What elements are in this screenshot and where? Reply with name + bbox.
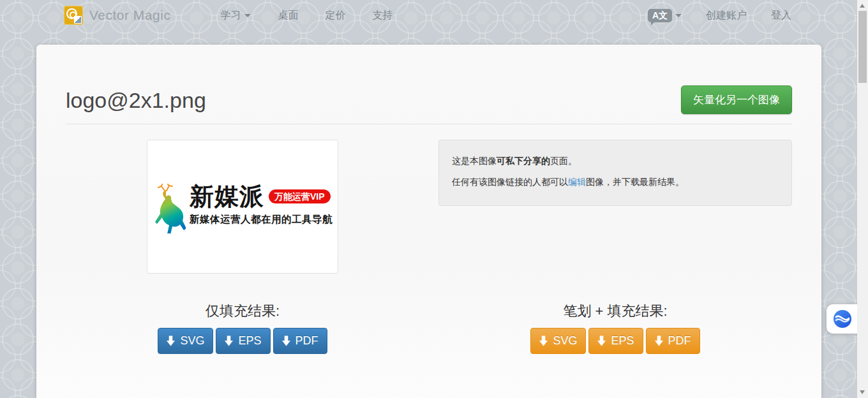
login-link[interactable]: 登入	[771, 9, 791, 22]
download-icon	[167, 335, 175, 346]
download-fill-eps-button[interactable]: EPS	[216, 328, 270, 354]
download-fill-svg-button[interactable]: SVG	[158, 328, 213, 354]
vectorize-another-button[interactable]: 矢量化另一个图像	[681, 85, 792, 114]
translate-icon: A文	[648, 9, 672, 22]
edit-image-link[interactable]: 编辑	[568, 177, 586, 187]
translate-extension-widget[interactable]	[827, 304, 858, 334]
share-info-box: 这是本图像可私下分享的页面。 任何有该图像链接的人都可以编辑图像，并下载最新结果…	[438, 140, 792, 206]
download-icon	[655, 335, 663, 346]
vector-magic-logo-icon	[64, 6, 83, 25]
nav-links: 学习 桌面 定价 支持	[193, 9, 393, 22]
scroll-down-arrow-icon[interactable]	[860, 390, 865, 394]
stroke-fill-heading: 笔划 + 填充结果:	[438, 303, 792, 320]
download-stroke-svg-button[interactable]: SVG	[530, 328, 586, 354]
nav-item-learn[interactable]: 学习	[220, 9, 251, 22]
stroke-fill-results: 笔划 + 填充结果: SVG EPS PDF	[438, 303, 792, 354]
extension-logo-icon	[832, 309, 853, 329]
download-stroke-pdf-button[interactable]: PDF	[646, 328, 700, 354]
fill-only-heading: 仅填充结果:	[66, 303, 419, 320]
page-title: logo@2x1.png	[66, 87, 206, 113]
uploaded-image-preview: 新媒派 万能运营VIP 新媒体运营人都在用的工具导航	[147, 140, 338, 274]
main-card: logo@2x1.png 矢量化另一个图像	[36, 45, 821, 398]
nav-right: A文 创建账户 登入	[648, 9, 791, 22]
chevron-down-icon	[675, 14, 682, 17]
top-navbar: Vector Magic 学习 桌面 定价 支持 A文 创建账户 登入	[0, 0, 857, 31]
nav-item-support[interactable]: 支持	[372, 9, 393, 22]
brand-name: Vector Magic	[89, 8, 170, 23]
download-icon	[597, 335, 606, 346]
preview-logo-badge: 万能运营VIP	[269, 189, 331, 203]
preview-logo-subtitle: 新媒体运营人都在用的工具导航	[190, 213, 333, 226]
language-selector[interactable]: A文	[648, 9, 682, 22]
preview-logo-art: 新媒派 万能运营VIP 新媒体运营人都在用的工具导航	[153, 180, 333, 233]
download-icon	[539, 335, 548, 346]
nav-item-pricing[interactable]: 定价	[325, 9, 345, 22]
download-icon	[282, 335, 290, 346]
title-divider	[66, 124, 792, 124]
download-stroke-eps-button[interactable]: EPS	[588, 328, 643, 354]
scrollbar-thumb[interactable]	[858, 11, 867, 83]
create-account-link[interactable]: 创建账户	[706, 9, 747, 22]
download-fill-pdf-button[interactable]: PDF	[273, 328, 327, 354]
chevron-down-icon	[244, 14, 251, 17]
scroll-up-arrow-icon[interactable]	[860, 4, 865, 8]
share-info-line1: 这是本图像可私下分享的页面。	[452, 154, 779, 167]
deer-logo-icon	[153, 184, 186, 233]
preview-logo-title: 新媒派	[190, 184, 264, 209]
fill-only-results: 仅填充结果: SVG EPS PDF	[66, 303, 419, 354]
nav-item-desktop[interactable]: 桌面	[278, 9, 298, 22]
vertical-scrollbar[interactable]	[857, 0, 868, 398]
share-info-line2: 任何有该图像链接的人都可以编辑图像，并下载最新结果。	[452, 175, 779, 188]
brand[interactable]: Vector Magic	[64, 6, 170, 25]
download-icon	[225, 335, 233, 346]
